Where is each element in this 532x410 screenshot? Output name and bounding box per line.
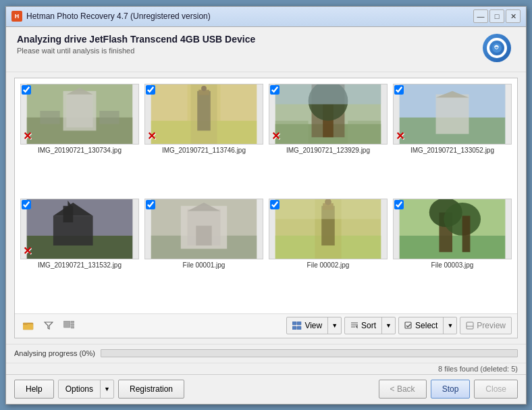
svg-rect-61 — [71, 326, 74, 328]
svg-rect-20 — [275, 120, 309, 143]
view-btn-label: View — [304, 321, 322, 330]
svg-rect-70 — [467, 322, 473, 329]
photo-checkbox-1[interactable] — [22, 85, 31, 95]
select-split-button[interactable]: Select ▼ — [398, 317, 457, 334]
svg-rect-47 — [275, 199, 381, 219]
preview-button[interactable]: Preview — [460, 317, 512, 334]
svg-rect-62 — [292, 322, 296, 325]
view-split-button[interactable]: View ▼ — [286, 317, 342, 334]
svg-rect-57 — [23, 323, 28, 325]
svg-rect-60 — [71, 324, 74, 326]
photo-checkbox-5[interactable] — [22, 200, 31, 209]
photo-checkbox-3[interactable] — [270, 85, 280, 95]
sort-split-button[interactable]: Sort ▼ — [344, 317, 396, 334]
photo-checkbox-4[interactable] — [394, 85, 404, 95]
photo-item-7[interactable]: File 00002.jpg — [269, 199, 388, 308]
photo-wrapper-3: ✕ — [269, 84, 388, 145]
photo-label-1: IMG_20190721_130734.jpg — [38, 147, 122, 154]
minimize-button[interactable]: — — [473, 9, 488, 23]
svg-rect-65 — [297, 326, 301, 330]
select-btn-label: Select — [415, 321, 437, 330]
back-button[interactable]: < Back — [379, 380, 427, 399]
help-button[interactable]: Help — [14, 380, 54, 399]
sort-dropdown-arrow[interactable]: ▼ — [382, 317, 395, 334]
close-window-button[interactable]: Close — [474, 380, 518, 399]
sort-btn-main[interactable]: Sort — [345, 317, 382, 334]
svg-rect-26 — [436, 94, 469, 134]
view-dropdown-arrow[interactable]: ▼ — [328, 317, 341, 334]
app-icon: H — [11, 11, 22, 22]
photo-item-3[interactable]: ✕ IMG_20190721_123929.jpg — [269, 84, 388, 193]
window-title: Hetman Photo Recovery 4.7 (Unregistered … — [26, 11, 473, 21]
filter-icon-btn[interactable] — [41, 317, 57, 334]
photo-wrapper-2: ✕ — [144, 84, 263, 145]
photo-label-6: File 00001.jpg — [183, 261, 225, 269]
view-btn-main[interactable]: View — [287, 317, 328, 334]
svg-rect-69 — [405, 322, 411, 328]
photo-thumb-3 — [269, 84, 388, 145]
photo-wrapper-4: ✕ — [393, 84, 512, 145]
select-btn-main[interactable]: Select — [399, 317, 444, 334]
svg-rect-40 — [196, 226, 211, 245]
photo-item-8[interactable]: File 00003.jpg — [393, 199, 512, 308]
lifering-icon: ⛑ — [487, 38, 507, 58]
registration-button[interactable]: Registration — [118, 380, 184, 399]
svg-rect-63 — [297, 322, 301, 325]
close-button[interactable]: ✕ — [506, 9, 521, 23]
photo-wrapper-7 — [269, 199, 388, 259]
folder-icon-btn[interactable] — [20, 317, 36, 334]
photo-thumb-4 — [393, 84, 512, 145]
svg-rect-54 — [462, 215, 471, 252]
broken-icon-1: ✕ — [23, 131, 32, 142]
header-subtitle: Please wait until analysis is finished — [17, 47, 255, 55]
photo-checkbox-7[interactable] — [270, 200, 280, 209]
svg-rect-56 — [23, 324, 33, 330]
svg-rect-14 — [220, 84, 257, 121]
content-toolbar: View ▼ Sort ▼ Select ▼ — [15, 313, 517, 338]
photo-item-4[interactable]: ✕ IMG_20190721_133052.jpg — [393, 84, 512, 193]
photo-item-2[interactable]: ✕ IMG_20190721_113746.jpg — [144, 84, 263, 193]
photo-thumb-1 — [20, 84, 139, 145]
broken-icon-3: ✕ — [271, 131, 280, 142]
toolbar-right: View ▼ Sort ▼ Select ▼ — [286, 317, 512, 334]
photo-wrapper-1: ✕ — [20, 84, 139, 145]
options-dropdown-arrow[interactable]: ▼ — [101, 380, 113, 398]
photo-thumb-2 — [144, 84, 263, 145]
sort-btn-label: Sort — [361, 321, 376, 330]
photo-checkbox-8[interactable] — [394, 200, 404, 209]
photo-thumb-7 — [269, 199, 388, 259]
photo-wrapper-5: ✕ — [20, 199, 139, 259]
files-found-bar: 8 files found (deleted: 5) — [6, 363, 526, 374]
options-btn-main[interactable]: Options — [59, 380, 101, 398]
header-title: Analyzing drive JetFlash Transcend 4GB U… — [17, 34, 255, 45]
photo-wrapper-8 — [393, 199, 512, 259]
svg-rect-3 — [66, 94, 92, 127]
svg-point-12 — [201, 85, 207, 91]
photo-label-3: IMG_20190721_123929.jpg — [286, 147, 370, 154]
broken-icon-5: ✕ — [23, 246, 32, 257]
photo-grid: ✕ IMG_20190721_130734.jpg — [15, 78, 517, 313]
photo-checkbox-2[interactable] — [146, 85, 155, 95]
photo-item-5[interactable]: ✕ IMG_20190721_131532.jpg — [20, 199, 139, 308]
preview-small-icon-btn[interactable] — [61, 317, 77, 334]
photo-label-5: IMG_20190721_131532.jpg — [38, 261, 122, 269]
maximize-button[interactable]: □ — [489, 9, 504, 23]
toolbar-left — [20, 317, 284, 334]
photo-item-1[interactable]: ✕ IMG_20190721_130734.jpg — [20, 84, 139, 193]
bottom-bar: Help Options ▼ Registration < Back Stop … — [6, 374, 526, 404]
select-dropdown-arrow[interactable]: ▼ — [444, 317, 456, 334]
svg-rect-10 — [197, 91, 211, 130]
preview-btn-label: Preview — [477, 321, 506, 330]
photo-item-6[interactable]: File 00001.jpg — [144, 199, 263, 308]
photo-thumb-8 — [393, 199, 512, 259]
options-split-button[interactable]: Options ▼ — [58, 380, 114, 399]
header-text: Analyzing drive JetFlash Transcend 4GB U… — [17, 34, 255, 55]
main-window: H Hetman Photo Recovery 4.7 (Unregistere… — [5, 6, 527, 405]
options-btn-label: Options — [65, 384, 93, 394]
files-found-text: 8 files found (deleted: 5) — [438, 365, 518, 373]
photo-label-7: File 00002.jpg — [307, 261, 350, 269]
photo-checkbox-6[interactable] — [146, 200, 155, 209]
stop-button[interactable]: Stop — [431, 380, 471, 399]
svg-rect-64 — [292, 326, 296, 330]
svg-rect-22 — [275, 84, 381, 104]
